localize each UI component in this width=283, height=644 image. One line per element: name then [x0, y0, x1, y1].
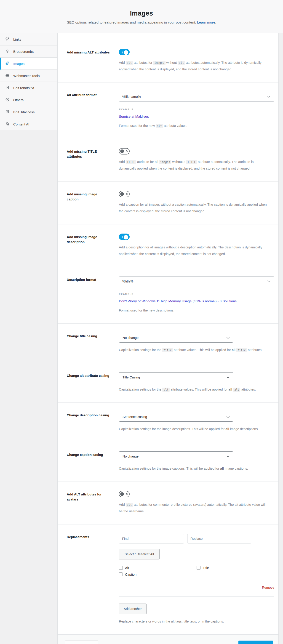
setting-label: Change caption casing	[67, 451, 110, 472]
sidebar-item-label: Links	[13, 38, 21, 41]
setting-label: Alt attribute format	[67, 92, 110, 129]
sidebar-item-label: Edit robots.txt	[13, 86, 34, 90]
setting-label: Description format	[67, 276, 110, 314]
learn-more-link[interactable]: Learn more	[197, 20, 215, 24]
setting-description: Add alt attributes for images without al…	[119, 60, 267, 73]
title-checkbox[interactable]: Title	[196, 566, 274, 570]
select-value: No change	[122, 454, 138, 458]
add-missing-title-toggle[interactable]	[119, 148, 130, 154]
setting-label: Add missing TITLE attributes	[67, 148, 110, 172]
sidebar-item-breadcrumbs[interactable]: Breadcrumbs	[0, 46, 57, 58]
description-casing-select[interactable]: Sentence casing	[119, 412, 233, 422]
images-icon	[5, 61, 10, 66]
add-another-button[interactable]: Add another	[119, 604, 146, 614]
setting-description: Add alt attributes for commenter profile…	[119, 502, 267, 515]
sidebar-item-others[interactable]: Others	[0, 94, 57, 106]
add-missing-description-toggle[interactable]	[119, 234, 130, 240]
alt-format-input[interactable]	[119, 92, 263, 102]
setting-description: Format used for the new alt attribute va…	[119, 122, 267, 129]
document-icon	[5, 110, 10, 115]
setting-description: Capitalization settings for the title at…	[119, 347, 267, 353]
chevron-down-icon	[226, 376, 230, 379]
page-header: Images SEO options related to featured i…	[0, 0, 283, 33]
chevron-down-icon	[226, 415, 230, 419]
setting-description: Capitalization settings for the image de…	[119, 426, 267, 432]
settings-footer: Reset Options Save Changes	[58, 634, 278, 644]
find-input[interactable]	[119, 534, 184, 544]
setting-row-change-caption-casing: Change caption casing No change Capitali…	[58, 442, 278, 482]
page-subtitle: SEO options related to featured images a…	[0, 20, 283, 24]
setting-row-add-missing-caption: Add missing image caption Add a caption …	[58, 182, 278, 224]
setting-label: Replacements	[67, 534, 110, 625]
setting-label: Add missing ALT attributes	[67, 49, 110, 73]
settings-sidebar: Links Breadcrumbs Images Webmaster Tools…	[0, 33, 58, 130]
select-deselect-all-button[interactable]: Select / Deselect All	[119, 549, 160, 560]
example-label: EXAMPLE	[119, 108, 274, 111]
setting-row-alt-attribute-format: Alt attribute format EXAMPLE Sunrise at …	[58, 82, 278, 139]
description-format-input[interactable]	[119, 276, 263, 286]
setting-label: Change alt attribute casing	[67, 372, 110, 393]
description-format-combobox	[119, 276, 274, 286]
caption-casing-select[interactable]: No change	[119, 451, 233, 461]
sidebar-item-label: Others	[13, 98, 24, 102]
setting-row-add-missing-description: Add missing image description Add a desc…	[58, 224, 278, 267]
chevron-down-icon	[267, 280, 270, 283]
checkbox-label: Alt	[125, 566, 129, 570]
setting-label: Add missing image caption	[67, 191, 110, 214]
reset-options-button[interactable]: Reset Options	[65, 640, 98, 644]
setting-description: Capitalization settings for the image ca…	[119, 465, 267, 472]
sidebar-item-webmaster-tools[interactable]: Webmaster Tools	[0, 70, 57, 82]
setting-row-add-missing-title: Add missing TITLE attributes Add TITLE a…	[58, 139, 278, 182]
setting-label: Add ALT attributes for avatars	[67, 491, 110, 515]
settings-panel: Add missing ALT attributes Add alt attri…	[58, 33, 279, 644]
alt-format-combobox	[119, 92, 274, 102]
title-casing-select[interactable]: No change	[119, 333, 233, 342]
setting-row-change-alt-casing: Change alt attribute casing Title Casing…	[58, 363, 278, 403]
setting-description: Format used for the new descriptions.	[119, 307, 267, 314]
chevron-down-icon	[267, 95, 270, 98]
setting-description: Replace characters or words in the alt t…	[119, 618, 267, 625]
robots-file-icon	[5, 85, 10, 90]
setting-row-description-format: Description format EXAMPLE Don't Worry o…	[58, 267, 278, 324]
select-value: No change	[122, 336, 138, 340]
sidebar-item-label: Images	[13, 62, 24, 66]
checkbox-label: Caption	[125, 573, 136, 576]
sidebar-item-images[interactable]: Images	[0, 58, 57, 70]
add-missing-alt-toggle[interactable]	[119, 49, 130, 55]
setting-description: Capitalization settings for the alt attr…	[119, 386, 267, 393]
setting-row-change-description-casing: Change description casing Sentence casin…	[58, 403, 278, 442]
setting-label: Change title casing	[67, 333, 110, 353]
sidebar-item-links[interactable]: Links	[0, 33, 57, 46]
caption-checkbox[interactable]: Caption	[119, 572, 196, 576]
replacement-target-checkboxes: Alt Title Caption	[119, 566, 274, 576]
alt-casing-select[interactable]: Title Casing	[119, 372, 233, 382]
select-value: Title Casing	[122, 376, 140, 379]
page-title: Images	[0, 10, 283, 17]
setting-label: Change description casing	[67, 412, 110, 432]
alt-format-dropdown-button[interactable]	[263, 92, 274, 102]
add-missing-caption-toggle[interactable]	[119, 191, 130, 197]
remove-replacement-link[interactable]: Remove	[262, 586, 274, 590]
sidebar-item-edit-htaccess[interactable]: Edit .htaccess	[0, 106, 57, 118]
settings-layout: Links Breadcrumbs Images Webmaster Tools…	[0, 33, 283, 644]
chevron-down-icon	[226, 454, 230, 458]
avatar-alt-toggle[interactable]	[119, 491, 130, 497]
example-link: Don't Worry of Windows 11 high Memory Us…	[119, 299, 274, 303]
replace-input[interactable]	[187, 534, 251, 544]
alt-checkbox[interactable]: Alt	[119, 566, 196, 570]
save-changes-button[interactable]: Save Changes	[238, 640, 273, 644]
chevron-down-icon	[226, 336, 230, 340]
setting-description: Add TITLE attribute for all images witho…	[119, 158, 267, 172]
sidebar-item-label: Content AI	[13, 122, 29, 126]
sidebar-item-edit-robots[interactable]: Edit robots.txt	[0, 82, 57, 94]
checkbox-box	[119, 572, 123, 576]
sidebar-item-label: Webmaster Tools	[13, 74, 40, 78]
sidebar-item-content-ai[interactable]: Content AI	[0, 118, 57, 130]
description-format-dropdown-button[interactable]	[263, 276, 274, 286]
checkbox-box	[196, 566, 200, 570]
checkbox-label: Title	[203, 566, 209, 570]
setting-row-avatar-alt: Add ALT attributes for avatars Add alt a…	[58, 482, 278, 524]
setting-label: Add missing image description	[67, 234, 110, 257]
sidebar-item-label: Edit .htaccess	[13, 110, 34, 114]
checkbox-box	[119, 566, 123, 570]
